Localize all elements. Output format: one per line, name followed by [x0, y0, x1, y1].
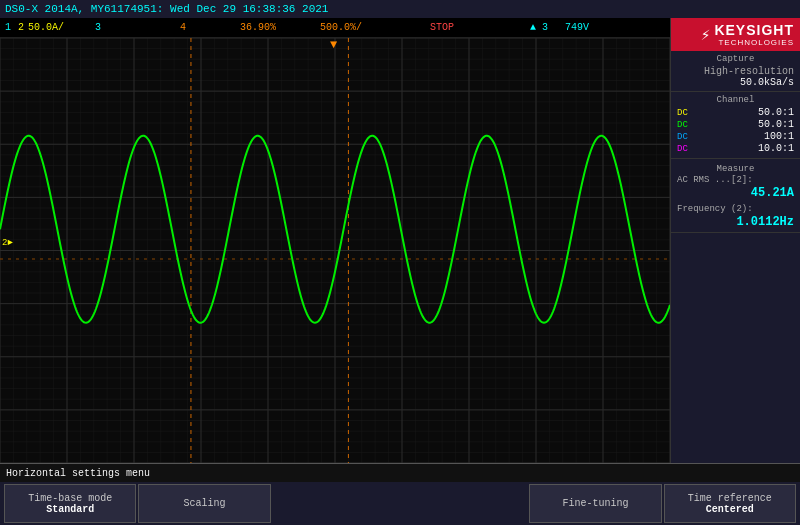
ch3-val: 100:1 — [764, 131, 794, 142]
ruler-ch2-scale: 50.0A/ — [28, 22, 64, 33]
empty-slot-1 — [273, 484, 399, 523]
fine-tuning-button[interactable]: Fine-tuning — [529, 484, 661, 523]
scaling-button[interactable]: Scaling — [138, 484, 270, 523]
logo-keysight: KEYSIGHT — [714, 22, 794, 38]
capture-section: Capture High-resolution 50.0kSa/s — [671, 51, 800, 92]
capture-rate: 50.0kSa/s — [677, 77, 794, 88]
ruler-ch1: 1 — [5, 22, 11, 33]
title-text: DS0-X 2014A, MY61174951: Wed Dec 29 16:3… — [5, 3, 328, 15]
right-panel: ⚡ KEYSIGHT TECHNOLOGIES Capture High-res… — [670, 18, 800, 463]
trigger-marker: ▼ — [330, 38, 337, 52]
waveform-canvas — [0, 38, 670, 463]
ch2-label: DC — [677, 120, 688, 130]
capture-mode: High-resolution — [677, 66, 794, 77]
fine-tuning-label: Fine-tuning — [562, 498, 628, 509]
time-reference-value: Centered — [706, 504, 754, 515]
scope-area: 1 2 50.0A/ 3 4 36.90% 500.0%/ STOP ▲ 3 7… — [0, 18, 670, 463]
ch4-label: DC — [677, 144, 688, 154]
channel-section: Channel DC 50.0:1 DC 50.0:1 DC 100:1 DC … — [671, 92, 800, 159]
empty-slot-2 — [401, 484, 527, 523]
ruler-trig-ch: ▲ 3 — [530, 22, 548, 33]
ruler-stop: STOP — [430, 22, 454, 33]
ch2-val: 50.0:1 — [758, 119, 794, 130]
grid-container: ▼ 2► — [0, 38, 670, 463]
logo-technologies: TECHNOLOGIES — [714, 38, 794, 47]
content-area: 1 2 50.0A/ 3 4 36.90% 500.0%/ STOP ▲ 3 7… — [0, 18, 800, 463]
scaling-label: Scaling — [183, 498, 225, 509]
channel-title: Channel — [677, 95, 794, 105]
zero-marker: 2► — [2, 238, 13, 248]
freq-value: 1.0112Hz — [677, 215, 794, 229]
bottom-bar: Horizontal settings menu Time-base mode … — [0, 463, 800, 525]
menu-buttons: Time-base mode Standard Scaling Fine-tun… — [0, 482, 800, 525]
time-reference-label: Time reference — [688, 493, 772, 504]
time-reference-button[interactable]: Time reference Centered — [664, 484, 796, 523]
logo-zigzag: ⚡ — [701, 25, 711, 45]
ruler-pct: 36.90% — [240, 22, 276, 33]
ruler-bar: 1 2 50.0A/ 3 4 36.90% 500.0%/ STOP ▲ 3 7… — [0, 18, 670, 38]
ruler-voltage: 749V — [565, 22, 589, 33]
measure-title: Measure — [677, 164, 794, 174]
time-base-mode-value: Standard — [46, 504, 94, 515]
menu-title-text: Horizontal settings menu — [0, 464, 800, 482]
ac-rms-label: AC RMS ...[2]: — [677, 175, 794, 185]
logo-section: ⚡ KEYSIGHT TECHNOLOGIES — [671, 18, 800, 51]
ruler-ch4: 4 — [180, 22, 186, 33]
ac-rms-value: 45.21A — [677, 186, 794, 200]
freq-label: Frequency (2): — [677, 204, 794, 214]
ch1-label: DC — [677, 108, 688, 118]
time-base-mode-label: Time-base mode — [28, 493, 112, 504]
channel-row-2: DC 50.0:1 — [677, 119, 794, 130]
title-bar: DS0-X 2014A, MY61174951: Wed Dec 29 16:3… — [0, 0, 800, 18]
ch1-val: 50.0:1 — [758, 107, 794, 118]
ch4-val: 10.0:1 — [758, 143, 794, 154]
channel-row-3: DC 100:1 — [677, 131, 794, 142]
time-base-mode-button[interactable]: Time-base mode Standard — [4, 484, 136, 523]
capture-title: Capture — [677, 54, 794, 64]
main-container: DS0-X 2014A, MY61174951: Wed Dec 29 16:3… — [0, 0, 800, 525]
ch3-label: DC — [677, 132, 688, 142]
ruler-scale: 500.0%/ — [320, 22, 362, 33]
channel-row-4: DC 10.0:1 — [677, 143, 794, 154]
ruler-ch3: 3 — [95, 22, 101, 33]
channel-row-1: DC 50.0:1 — [677, 107, 794, 118]
ruler-ch2: 2 — [18, 22, 24, 33]
measure-section: Measure AC RMS ...[2]: 45.21A Frequency … — [671, 159, 800, 233]
